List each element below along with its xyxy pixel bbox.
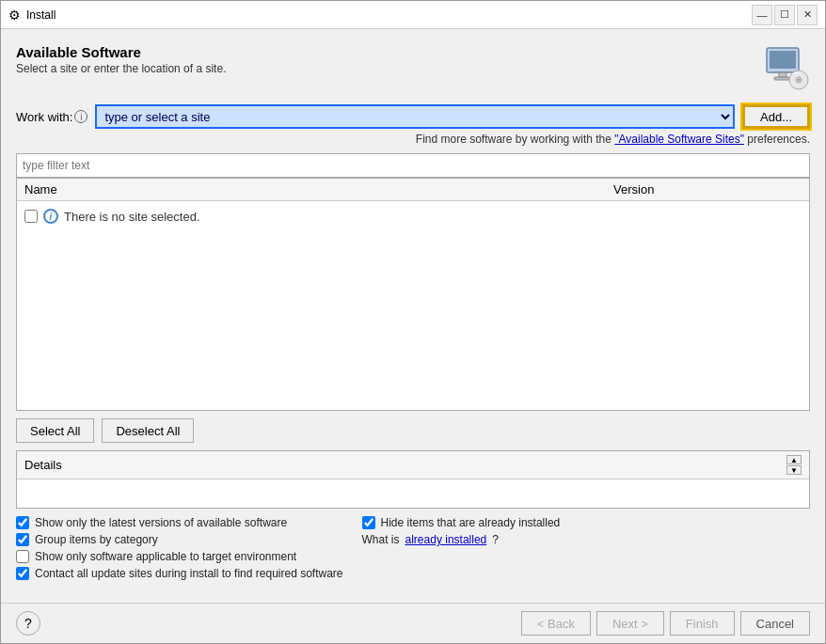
maximize-button[interactable]: ☐ xyxy=(774,5,795,25)
cancel-button[interactable]: Cancel xyxy=(740,611,810,636)
opt1-label: Show only the latest versions of availab… xyxy=(35,516,287,529)
nav-buttons: < Back Next > Finish Cancel xyxy=(521,611,810,636)
minimize-button[interactable]: — xyxy=(752,5,772,25)
already-installed-link[interactable]: already installed xyxy=(405,533,487,546)
work-with-row: Work with: i type or select a site Add..… xyxy=(16,104,810,129)
col-name-header: Name xyxy=(24,182,613,196)
title-bar-left: ⚙ Install xyxy=(8,8,56,23)
back-button[interactable]: < Back xyxy=(521,611,591,636)
col-version-header: Version xyxy=(613,182,802,196)
option-row-6: What is already installed ? xyxy=(362,533,561,546)
details-body xyxy=(17,479,809,508)
options-left: Show only the latest versions of availab… xyxy=(16,516,343,580)
option-row-5: Hide items that are already installed xyxy=(362,516,561,529)
svg-rect-1 xyxy=(770,51,796,69)
window-title: Install xyxy=(26,8,56,22)
deselect-all-button[interactable]: Deselect All xyxy=(102,418,194,443)
page-subtitle: Select a site or enter the location of a… xyxy=(16,62,226,75)
help-button[interactable]: ? xyxy=(16,611,40,636)
page-header-left: Available Software Select a site or ente… xyxy=(16,44,226,75)
site-select[interactable]: type or select a site xyxy=(95,104,735,129)
details-arrows: ▲ ▼ xyxy=(786,455,802,475)
title-controls: — ☐ ✕ xyxy=(752,5,818,25)
info-icon: i xyxy=(43,209,58,224)
opt3-label: Show only software applicable to target … xyxy=(35,550,296,563)
options-right: Hide items that are already installed Wh… xyxy=(362,516,561,580)
finish-button[interactable]: Finish xyxy=(670,611,735,636)
window-icon: ⚙ xyxy=(8,8,21,23)
opt4-checkbox[interactable] xyxy=(16,567,29,580)
details-scroll-up[interactable]: ▲ xyxy=(786,455,802,464)
install-window: ⚙ Install — ☐ ✕ Available Software Selec… xyxy=(0,0,826,644)
work-with-info-icon[interactable]: i xyxy=(74,110,87,123)
svg-point-6 xyxy=(798,79,800,81)
svg-rect-2 xyxy=(779,72,786,77)
table-header: Name Version xyxy=(17,179,809,201)
details-label: Details xyxy=(24,458,62,472)
opt4-label: Contact all update sites during install … xyxy=(35,567,343,580)
option-row-1: Show only the latest versions of availab… xyxy=(16,516,343,529)
question-mark: ? xyxy=(492,533,499,546)
details-section: Details ▲ ▼ xyxy=(16,450,810,509)
next-button[interactable]: Next > xyxy=(596,611,664,636)
table-body: i There is no site selected. xyxy=(17,201,809,231)
find-more-text: Find more software by working with the xyxy=(416,133,614,146)
what-is-text: What is xyxy=(362,533,400,546)
opt5-label: Hide items that are already installed xyxy=(381,516,561,529)
bottom-bar: ? < Back Next > Finish Cancel xyxy=(1,603,825,643)
content-area: Available Software Select a site or ente… xyxy=(1,29,825,603)
close-button[interactable]: ✕ xyxy=(797,5,818,25)
page-title: Available Software xyxy=(16,44,226,60)
no-site-message: There is no site selected. xyxy=(64,210,200,224)
opt3-checkbox[interactable] xyxy=(16,550,29,563)
table-row: i There is no site selected. xyxy=(24,207,802,226)
site-input-wrapper: type or select a site xyxy=(95,104,735,129)
details-header: Details ▲ ▼ xyxy=(17,451,809,479)
find-more-suffix: preferences. xyxy=(747,133,810,146)
work-with-label: Work with: i xyxy=(16,110,87,124)
filter-input[interactable] xyxy=(16,153,810,178)
select-all-button[interactable]: Select All xyxy=(16,418,94,443)
title-bar: ⚙ Install — ☐ ✕ xyxy=(1,1,825,29)
option-row-2: Group items by category xyxy=(16,533,343,546)
add-button[interactable]: Add... xyxy=(742,104,810,129)
opt2-checkbox[interactable] xyxy=(16,533,29,546)
details-scroll-down[interactable]: ▼ xyxy=(786,465,802,475)
available-software-sites-link[interactable]: "Available Software Sites" xyxy=(614,133,744,146)
options-section: Show only the latest versions of availab… xyxy=(16,516,810,580)
opt2-label: Group items by category xyxy=(35,533,158,546)
opt1-checkbox[interactable] xyxy=(16,516,29,529)
select-buttons-row: Select All Deselect All xyxy=(16,411,810,450)
find-more-row: Find more software by working with the "… xyxy=(16,133,810,146)
svg-rect-3 xyxy=(774,77,791,80)
option-row-3: Show only software applicable to target … xyxy=(16,550,343,563)
row-checkbox[interactable] xyxy=(24,210,38,223)
software-table: Name Version i There is no site selected… xyxy=(16,178,810,411)
option-row-4: Contact all update sites during install … xyxy=(16,567,343,580)
header-icon xyxy=(761,44,810,93)
page-header: Available Software Select a site or ente… xyxy=(16,44,810,93)
opt5-checkbox[interactable] xyxy=(362,516,375,529)
